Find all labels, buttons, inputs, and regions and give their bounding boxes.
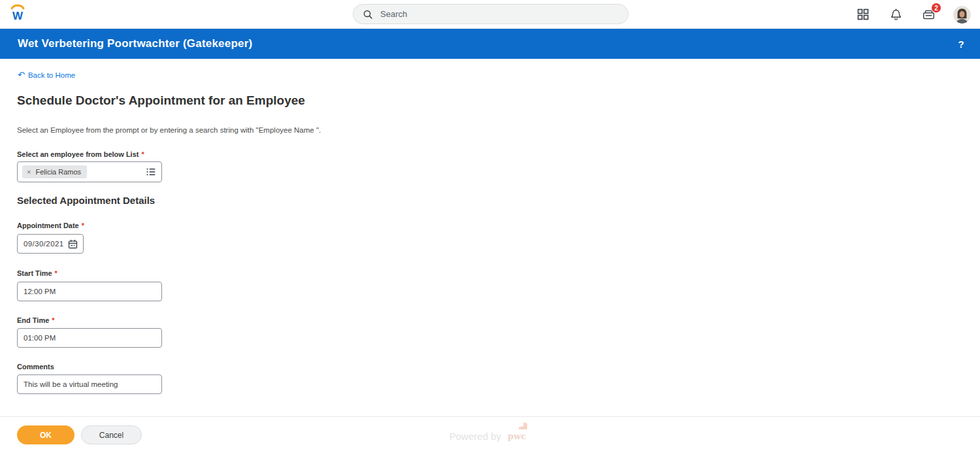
apps-grid-icon[interactable] <box>855 7 871 22</box>
ok-button[interactable]: OK <box>17 425 74 444</box>
page-title: Schedule Doctor's Appointment for an Emp… <box>17 93 305 108</box>
employee-field-label-text: Select an employee from below List <box>17 150 139 158</box>
employee-token: × Felicia Ramos <box>22 165 87 178</box>
app-title: Wet Verbetering Poortwachter (Gatekeeper… <box>18 37 252 50</box>
end-time-input[interactable] <box>17 328 162 348</box>
user-avatar[interactable] <box>953 6 971 24</box>
start-time-label: Start Time* <box>17 269 57 277</box>
back-to-home-link[interactable]: ↶ Back to Home <box>18 71 75 79</box>
search-icon <box>363 9 373 20</box>
cancel-button[interactable]: Cancel <box>81 425 142 444</box>
required-asterisk: * <box>141 150 144 158</box>
calendar-icon[interactable] <box>67 239 78 250</box>
back-to-home-label: Back to Home <box>28 71 75 79</box>
comments-label-text: Comments <box>17 363 54 371</box>
remove-token-icon[interactable]: × <box>27 168 31 176</box>
required-asterisk: * <box>52 316 54 324</box>
search-bar[interactable] <box>353 4 629 24</box>
notifications-bell-icon[interactable] <box>888 7 904 22</box>
required-asterisk: * <box>55 269 57 277</box>
employee-token-label: Felicia Ramos <box>35 168 81 176</box>
search-input[interactable] <box>380 9 602 19</box>
pwc-logo-text: pwc <box>508 431 526 441</box>
back-arrow-icon: ↶ <box>18 71 25 79</box>
help-icon[interactable]: ? <box>951 29 971 59</box>
comments-label: Comments <box>17 363 54 371</box>
topbar-icons: 2 <box>855 0 971 29</box>
comments-input[interactable] <box>17 374 162 394</box>
appointment-date-label: Appointment Date* <box>17 222 84 229</box>
employee-field-label: Select an employee from below List* <box>17 150 144 158</box>
powered-by-watermark: Powered by pwc <box>449 424 526 442</box>
page: W <box>0 0 980 449</box>
appointment-date-label-text: Appointment Date <box>17 222 79 229</box>
appointment-date-value[interactable] <box>24 240 65 248</box>
svg-text:W: W <box>12 10 24 22</box>
workday-logo-icon[interactable]: W <box>8 3 28 24</box>
app-header: Wet Verbetering Poortwachter (Gatekeeper… <box>0 29 980 59</box>
employee-select-input[interactable]: × Felicia Ramos <box>17 161 162 182</box>
footer-bar: OK Cancel Powered by pwc <box>0 416 980 449</box>
end-time-label-text: End Time <box>17 316 49 324</box>
pwc-logo: pwc <box>508 424 526 442</box>
powered-by-text: Powered by <box>449 431 501 442</box>
end-time-label: End Time* <box>17 316 55 324</box>
inbox-tray-icon[interactable]: 2 <box>921 7 936 22</box>
section-title: Selected Appointment Details <box>17 195 155 206</box>
appointment-date-input[interactable] <box>17 234 84 254</box>
inbox-badge: 2 <box>931 3 941 13</box>
pwc-logo-shape-icon <box>519 422 527 429</box>
start-time-input[interactable] <box>17 282 162 301</box>
page-subtitle: Select an Employee from the prompt or by… <box>17 126 321 134</box>
top-bar: W <box>0 0 980 29</box>
prompt-list-icon[interactable] <box>145 166 157 178</box>
required-asterisk: * <box>82 222 84 229</box>
start-time-label-text: Start Time <box>17 269 52 277</box>
